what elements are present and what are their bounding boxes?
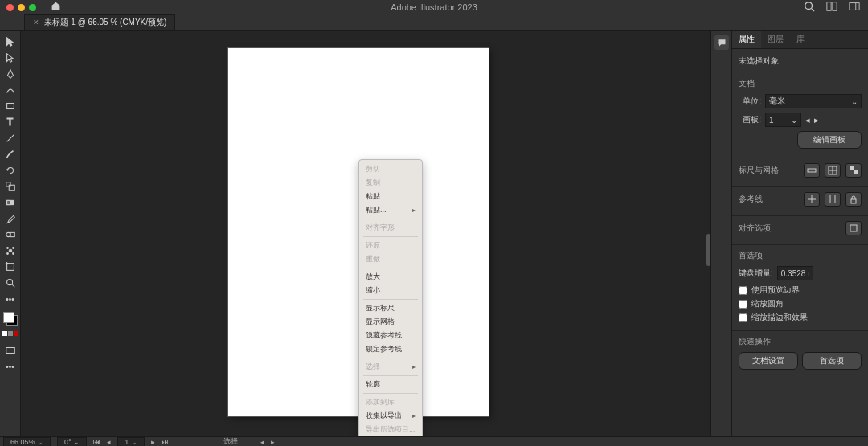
last-artboard-icon[interactable]: ⏭ [162,438,169,446]
panel-tabs: 属性 图层 库 [732,31,868,49]
tools-panel: T ••• ••• [0,31,21,436]
selection-tool[interactable] [4,35,17,48]
symbol-tool[interactable] [4,244,17,257]
status-scroll-left[interactable]: ◂ [260,438,264,446]
fill-stroke-swatch[interactable] [3,312,18,326]
svg-line-1 [812,9,815,12]
close-tab-icon[interactable]: ✕ [33,18,39,27]
grid-icon[interactable] [825,163,841,178]
direct-selection-tool[interactable] [4,51,17,64]
minimize-window[interactable] [18,4,25,11]
home-icon[interactable] [51,1,61,14]
gradient-tool[interactable] [4,196,17,209]
context-menu-item[interactable]: 缩小 [359,284,422,297]
snap-guide-icon[interactable] [804,192,820,207]
tab-properties[interactable]: 属性 [732,31,761,48]
tab-layers[interactable]: 图层 [761,31,790,48]
maximize-window[interactable] [29,4,36,11]
svg-point-17 [12,248,14,249]
artboard-select[interactable]: 1⌄ [765,113,801,127]
edit-artboard-button[interactable]: 编辑画板 [797,131,862,149]
rectangle-tool[interactable] [4,100,17,113]
zoom-tool[interactable] [4,276,17,289]
context-menu-item[interactable]: 粘贴...▸ [359,203,422,217]
prev-artboard-icon-status[interactable]: ◂ [107,438,111,446]
context-menu-item[interactable]: 隐藏参考线 [359,329,422,342]
svg-rect-4 [850,3,859,10]
rotate-tool[interactable] [4,164,17,177]
document-tab[interactable]: ✕ 未标题-1 @ 66.05 % (CMYK/预览) [24,14,175,31]
prev-artboard-icon[interactable]: ◂ [805,115,810,125]
next-artboard-icon[interactable]: ▸ [814,115,819,125]
context-menu-item[interactable]: 锁定参考线 [359,342,422,356]
status-scroll-right[interactable]: ▸ [271,438,275,446]
current-tool-label: 选择 [223,436,238,446]
svg-rect-12 [6,200,10,204]
doc-setup-button[interactable]: 文档设置 [739,352,798,370]
artboard-label: 画板: [739,114,761,125]
pen-tool[interactable] [4,68,17,80]
search-icon[interactable] [804,1,815,14]
context-menu: 剪切复制粘贴粘贴...▸对齐字形还原重做放大缩小显示标尺显示网格隐藏参考线锁定参… [358,159,423,436]
svg-rect-9 [6,182,10,186]
app-title: Adobe Illustrator 2023 [391,2,477,12]
scale-corners-checkbox[interactable]: 缩放圆角 [739,298,862,309]
close-window[interactable] [6,4,14,11]
prefs-section: 首选项 [739,250,862,261]
show-guide-icon[interactable] [825,192,841,207]
tab-libraries[interactable]: 库 [790,31,811,48]
svg-rect-14 [10,232,14,236]
rotate-view[interactable]: 0° ⌄ [57,437,87,447]
collapsed-panels-rail [710,31,731,436]
blend-tool[interactable] [4,228,17,241]
next-artboard-icon-status[interactable]: ▸ [151,438,155,446]
units-select[interactable]: 毫米⌄ [765,94,862,108]
artboard-nav[interactable]: 1 ⌄ [117,437,145,447]
svg-rect-25 [6,348,14,354]
properties-panel: 属性 图层 库 未选择对象 文档 单位: 毫米⌄ 画板: 1⌄ ◂ ▸ 编辑画板… [731,31,868,436]
scale-strokes-checkbox[interactable]: 缩放描边和效果 [739,312,862,323]
more-tools[interactable]: ••• [4,293,17,305]
context-menu-item: 选择▸ [359,360,422,374]
context-menu-item[interactable]: 粘贴 [359,190,422,203]
context-menu-item[interactable]: 显示标尺 [359,301,422,315]
context-menu-item: 对齐字形 [359,221,422,235]
ruler-icon[interactable] [804,163,820,178]
comments-panel-icon[interactable] [714,35,729,50]
color-mode-toggle[interactable] [2,331,18,336]
zoom-level[interactable]: 66.05% ⌄ [3,437,51,447]
lock-guide-icon[interactable] [845,192,862,207]
key-increment-label: 键盘增量: [739,268,773,279]
scale-tool[interactable] [4,180,17,193]
svg-rect-6 [6,104,14,109]
screen-mode[interactable] [4,344,17,357]
context-menu-item: 剪切 [359,162,422,176]
scrollbar[interactable] [706,234,710,266]
key-increment-input[interactable] [777,266,813,280]
edit-toolbar[interactable]: ••• [4,360,17,373]
workspace-icon[interactable] [849,1,860,14]
first-artboard-icon[interactable]: ⏮ [93,438,100,446]
line-tool[interactable] [4,132,17,145]
svg-rect-30 [850,166,854,170]
arrange-icon[interactable] [826,1,837,14]
preview-bounds-checkbox[interactable]: 使用预览边界 [739,284,862,296]
prefs-button[interactable]: 首选项 [802,352,862,370]
transparency-grid-icon[interactable] [845,163,862,178]
snap-pixel-icon[interactable] [845,221,862,235]
context-menu-item[interactable]: 放大 [359,270,422,284]
context-menu-item[interactable]: 显示网格 [359,315,422,329]
document-tabs: ✕ 未标题-1 @ 66.05 % (CMYK/预览) [0,14,868,31]
type-tool[interactable]: T [4,116,17,129]
eyedropper-tool[interactable] [4,212,17,225]
canvas[interactable]: 剪切复制粘贴粘贴...▸对齐字形还原重做放大缩小显示标尺显示网格隐藏参考线锁定参… [21,31,710,436]
artboard-tool[interactable] [4,260,17,273]
align-options-label: 对齐选项 [739,223,841,234]
brush-tool[interactable] [4,148,17,161]
context-menu-item[interactable]: 收集以导出▸ [359,409,422,423]
context-menu-item[interactable]: 轮廓 [359,378,422,391]
curvature-tool[interactable] [4,84,17,96]
svg-point-16 [6,248,8,249]
svg-point-0 [805,2,813,10]
svg-line-8 [6,135,14,142]
